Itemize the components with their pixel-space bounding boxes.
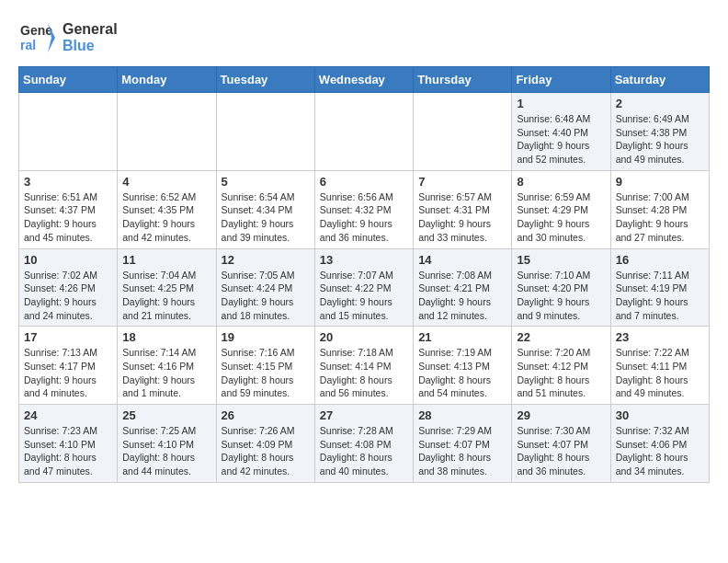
day-number: 23 xyxy=(616,330,704,344)
calendar-cell: 11Sunrise: 7:04 AM Sunset: 4:25 PM Dayli… xyxy=(118,248,216,327)
day-info: Sunrise: 6:49 AM Sunset: 4:38 PM Dayligh… xyxy=(616,112,704,167)
col-header-wednesday: Wednesday xyxy=(314,67,413,93)
day-number: 16 xyxy=(616,253,704,267)
day-number: 20 xyxy=(320,330,408,344)
day-number: 18 xyxy=(122,330,210,344)
calendar-cell: 8Sunrise: 6:59 AM Sunset: 4:29 PM Daylig… xyxy=(512,170,610,248)
day-number: 5 xyxy=(222,175,310,189)
day-number: 27 xyxy=(320,408,408,422)
day-number: 14 xyxy=(418,253,506,267)
calendar-cell: 28Sunrise: 7:29 AM Sunset: 4:07 PM Dayli… xyxy=(414,405,512,483)
day-number: 17 xyxy=(24,330,112,344)
calendar-cell: 15Sunrise: 7:10 AM Sunset: 4:20 PM Dayli… xyxy=(512,248,610,327)
day-info: Sunrise: 6:52 AM Sunset: 4:35 PM Dayligh… xyxy=(122,190,210,245)
day-info: Sunrise: 7:19 AM Sunset: 4:13 PM Dayligh… xyxy=(418,346,506,400)
calendar-cell: 1Sunrise: 6:48 AM Sunset: 4:40 PM Daylig… xyxy=(512,93,610,171)
calendar-cell: 7Sunrise: 6:57 AM Sunset: 4:31 PM Daylig… xyxy=(414,170,512,248)
day-number: 13 xyxy=(320,253,408,267)
day-number: 26 xyxy=(222,408,310,422)
calendar-cell: 26Sunrise: 7:26 AM Sunset: 4:09 PM Dayli… xyxy=(216,405,314,483)
calendar-cell: 22Sunrise: 7:20 AM Sunset: 4:12 PM Dayli… xyxy=(512,327,610,405)
calendar-cell: 25Sunrise: 7:25 AM Sunset: 4:10 PM Dayli… xyxy=(118,405,216,483)
col-header-saturday: Saturday xyxy=(610,67,709,93)
day-info: Sunrise: 7:18 AM Sunset: 4:14 PM Dayligh… xyxy=(320,346,408,400)
day-info: Sunrise: 7:26 AM Sunset: 4:09 PM Dayligh… xyxy=(222,424,310,478)
day-number: 3 xyxy=(24,175,112,189)
calendar-cell: 16Sunrise: 7:11 AM Sunset: 4:19 PM Dayli… xyxy=(610,248,709,327)
day-info: Sunrise: 7:32 AM Sunset: 4:06 PM Dayligh… xyxy=(616,424,704,478)
day-info: Sunrise: 7:05 AM Sunset: 4:24 PM Dayligh… xyxy=(222,269,310,323)
calendar-cell: 21Sunrise: 7:19 AM Sunset: 4:13 PM Dayli… xyxy=(414,327,512,405)
calendar-cell: 17Sunrise: 7:13 AM Sunset: 4:17 PM Dayli… xyxy=(19,327,118,405)
day-number: 6 xyxy=(320,175,408,189)
col-header-sunday: Sunday xyxy=(19,67,118,93)
calendar-cell xyxy=(216,93,314,171)
day-number: 12 xyxy=(222,253,310,267)
day-number: 4 xyxy=(122,175,210,189)
calendar-cell: 10Sunrise: 7:02 AM Sunset: 4:26 PM Dayli… xyxy=(19,248,118,327)
day-info: Sunrise: 7:07 AM Sunset: 4:22 PM Dayligh… xyxy=(320,269,408,323)
calendar-cell: 6Sunrise: 6:56 AM Sunset: 4:32 PM Daylig… xyxy=(314,170,413,248)
day-number: 19 xyxy=(222,330,310,344)
calendar-cell: 24Sunrise: 7:23 AM Sunset: 4:10 PM Dayli… xyxy=(19,405,118,483)
day-number: 30 xyxy=(616,408,704,422)
svg-text:Gene: Gene xyxy=(20,23,52,38)
day-number: 1 xyxy=(517,97,605,110)
day-number: 24 xyxy=(24,408,112,422)
day-info: Sunrise: 7:04 AM Sunset: 4:25 PM Dayligh… xyxy=(122,269,210,323)
day-info: Sunrise: 7:02 AM Sunset: 4:26 PM Dayligh… xyxy=(24,269,112,323)
logo: Gene ral General Blue xyxy=(18,18,118,57)
logo-svg: Gene ral xyxy=(18,18,57,57)
calendar-cell xyxy=(414,93,512,171)
calendar-cell: 30Sunrise: 7:32 AM Sunset: 4:06 PM Dayli… xyxy=(610,405,709,483)
day-info: Sunrise: 7:11 AM Sunset: 4:19 PM Dayligh… xyxy=(616,269,704,323)
day-info: Sunrise: 7:22 AM Sunset: 4:11 PM Dayligh… xyxy=(616,346,704,400)
calendar-cell: 29Sunrise: 7:30 AM Sunset: 4:07 PM Dayli… xyxy=(512,405,610,483)
day-info: Sunrise: 6:56 AM Sunset: 4:32 PM Dayligh… xyxy=(320,190,408,245)
header: Gene ral General Blue xyxy=(18,18,710,57)
svg-text:ral: ral xyxy=(20,38,36,52)
day-info: Sunrise: 6:57 AM Sunset: 4:31 PM Dayligh… xyxy=(418,190,506,245)
day-info: Sunrise: 7:08 AM Sunset: 4:21 PM Dayligh… xyxy=(418,269,506,323)
day-info: Sunrise: 7:28 AM Sunset: 4:08 PM Dayligh… xyxy=(320,424,408,478)
day-number: 21 xyxy=(418,330,506,344)
calendar-cell: 13Sunrise: 7:07 AM Sunset: 4:22 PM Dayli… xyxy=(314,248,413,327)
day-number: 2 xyxy=(616,97,704,110)
calendar-cell: 27Sunrise: 7:28 AM Sunset: 4:08 PM Dayli… xyxy=(314,405,413,483)
day-info: Sunrise: 7:30 AM Sunset: 4:07 PM Dayligh… xyxy=(517,424,605,478)
day-number: 15 xyxy=(517,253,605,267)
day-info: Sunrise: 7:29 AM Sunset: 4:07 PM Dayligh… xyxy=(418,424,506,478)
day-info: Sunrise: 7:25 AM Sunset: 4:10 PM Dayligh… xyxy=(122,424,210,478)
calendar-table: SundayMondayTuesdayWednesdayThursdayFrid… xyxy=(18,66,710,483)
logo-general: General xyxy=(63,21,118,38)
day-info: Sunrise: 7:20 AM Sunset: 4:12 PM Dayligh… xyxy=(517,346,605,400)
day-info: Sunrise: 6:59 AM Sunset: 4:29 PM Dayligh… xyxy=(517,190,605,245)
day-number: 29 xyxy=(517,408,605,422)
day-number: 28 xyxy=(418,408,506,422)
calendar-cell xyxy=(314,93,413,171)
calendar-cell: 20Sunrise: 7:18 AM Sunset: 4:14 PM Dayli… xyxy=(314,327,413,405)
day-info: Sunrise: 6:54 AM Sunset: 4:34 PM Dayligh… xyxy=(222,190,310,245)
col-header-tuesday: Tuesday xyxy=(216,67,314,93)
calendar-cell: 23Sunrise: 7:22 AM Sunset: 4:11 PM Dayli… xyxy=(610,327,709,405)
day-number: 8 xyxy=(517,175,605,189)
calendar-cell xyxy=(118,93,216,171)
calendar-cell xyxy=(19,93,118,171)
calendar-cell: 9Sunrise: 7:00 AM Sunset: 4:28 PM Daylig… xyxy=(610,170,709,248)
col-header-friday: Friday xyxy=(512,67,610,93)
day-info: Sunrise: 7:23 AM Sunset: 4:10 PM Dayligh… xyxy=(24,424,112,478)
col-header-monday: Monday xyxy=(118,67,216,93)
calendar-cell: 14Sunrise: 7:08 AM Sunset: 4:21 PM Dayli… xyxy=(414,248,512,327)
day-number: 9 xyxy=(616,175,704,189)
calendar-cell: 2Sunrise: 6:49 AM Sunset: 4:38 PM Daylig… xyxy=(610,93,709,171)
calendar-cell: 5Sunrise: 6:54 AM Sunset: 4:34 PM Daylig… xyxy=(216,170,314,248)
calendar-cell: 3Sunrise: 6:51 AM Sunset: 4:37 PM Daylig… xyxy=(19,170,118,248)
day-info: Sunrise: 7:13 AM Sunset: 4:17 PM Dayligh… xyxy=(24,346,112,400)
day-info: Sunrise: 7:10 AM Sunset: 4:20 PM Dayligh… xyxy=(517,269,605,323)
logo-blue: Blue xyxy=(63,38,118,54)
calendar-cell: 4Sunrise: 6:52 AM Sunset: 4:35 PM Daylig… xyxy=(118,170,216,248)
day-number: 7 xyxy=(418,175,506,189)
col-header-thursday: Thursday xyxy=(414,67,512,93)
calendar-cell: 19Sunrise: 7:16 AM Sunset: 4:15 PM Dayli… xyxy=(216,327,314,405)
day-number: 10 xyxy=(24,253,112,267)
